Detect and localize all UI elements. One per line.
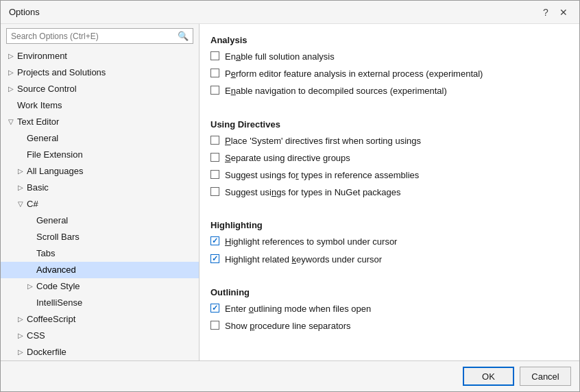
tree-label-environment: Environment [17, 49, 67, 63]
tree-expand-tabs[interactable] [25, 249, 35, 258]
tree-expand-csharp[interactable]: ▽ [16, 199, 25, 209]
checkbox-highlight-refs[interactable] [210, 236, 219, 245]
help-button[interactable]: ? [538, 5, 553, 20]
tree-expand-coffee-script[interactable]: ▷ [16, 315, 25, 324]
tree-item-basic[interactable]: ▷Basic [1, 180, 199, 196]
tree-item-csharp[interactable]: ▽C# [1, 196, 199, 212]
tree-item-advanced[interactable]: Advanced [1, 262, 199, 278]
tree-label-csharp-general: General [36, 214, 68, 228]
option-row-enter-outlining: Enter outlining mode when files open [210, 303, 568, 315]
checkbox-highlight-keywords[interactable] [210, 254, 219, 263]
option-label-show-procedure: Show procedure line separators [225, 320, 351, 332]
tree-item-scroll-bars[interactable]: Scroll Bars [1, 229, 199, 245]
tree-expand-csharp-general[interactable] [25, 216, 35, 225]
tree-label-tabs: Tabs [36, 247, 55, 260]
checkbox-separate-groups[interactable] [210, 153, 219, 162]
tree-item-projects-solutions[interactable]: ▷Projects and Solutions [1, 64, 199, 81]
dialog-footer: OK Cancel [1, 360, 579, 391]
option-row-show-procedure: Show procedure line separators [210, 320, 568, 332]
tree-label-all-languages: All Languages [27, 164, 83, 178]
search-box[interactable]: 🔍 [6, 28, 193, 44]
search-input[interactable] [11, 32, 178, 41]
section-title-using-directives: Using Directives [210, 119, 568, 130]
section-title-analysis: Analysis [210, 35, 568, 45]
tree-expand-text-editor[interactable]: ▽ [6, 117, 16, 127]
tree-label-csharp: C# [27, 197, 38, 211]
tree-item-file-extension[interactable]: File Extension [1, 147, 199, 163]
tree-expand-source-control[interactable]: ▷ [6, 84, 16, 94]
options-dialog: Options ? ✕ 🔍 ▷Environment▷Projects and … [0, 0, 580, 392]
title-bar: Options ? ✕ [1, 1, 579, 24]
tree-label-work-items: Work Items [17, 99, 62, 112]
tree-expand-all-languages[interactable]: ▷ [16, 167, 25, 176]
tree-item-text-editor[interactable]: ▽Text Editor [1, 114, 199, 130]
tree-expand-basic[interactable]: ▷ [16, 183, 25, 193]
cancel-button[interactable]: Cancel [520, 367, 571, 386]
checkbox-nav-decompiled[interactable] [210, 86, 219, 95]
tree-expand-projects-solutions[interactable]: ▷ [6, 68, 16, 77]
dialog-body: 🔍 ▷Environment▷Projects and Solutions▷So… [1, 24, 579, 360]
right-panel: AnalysisEnable full solution analysisPer… [200, 24, 579, 360]
tree-label-general: General [27, 132, 58, 145]
tree-expand-work-items[interactable] [6, 101, 16, 110]
tree-label-scroll-bars: Scroll Bars [36, 230, 80, 244]
tree-item-work-items[interactable]: Work Items [1, 97, 199, 114]
tree-expand-advanced[interactable] [25, 265, 35, 275]
checkbox-suggest-nuget[interactable] [210, 187, 219, 196]
close-button[interactable]: ✕ [556, 5, 571, 20]
tree-expand-environment[interactable]: ▷ [6, 51, 16, 61]
option-row-full-solution: Enable full solution analysis [210, 51, 568, 63]
tree-label-intellisense: IntelliSense [36, 296, 82, 310]
option-row-place-system: Place 'System' directives first when sor… [210, 135, 568, 147]
checkbox-place-system[interactable] [210, 136, 219, 145]
option-label-full-solution: Enable full solution analysis [225, 51, 335, 63]
checkbox-editor-feature[interactable] [210, 69, 219, 77]
tree-expand-intellisense[interactable] [25, 298, 35, 308]
tree-label-text-editor: Text Editor [17, 115, 59, 129]
option-row-separate-groups: Separate using directive groups [210, 152, 568, 164]
dialog-title: Options [9, 7, 40, 17]
option-row-highlight-refs: Highlight references to symbol under cur… [210, 236, 568, 248]
tree-item-css[interactable]: ▷CSS [1, 328, 199, 344]
tree-item-source-control[interactable]: ▷Source Control [1, 81, 199, 97]
option-row-nav-decompiled: Enable navigation to decompiled sources … [210, 85, 568, 97]
option-label-suggest-reference: Suggest usings for types in reference as… [225, 169, 419, 182]
section-title-outlining: Outlining [210, 287, 568, 297]
tree-item-environment[interactable]: ▷Environment [1, 48, 199, 64]
tree-label-coffee-script: CoffeeScript [27, 313, 75, 326]
tree-item-code-style[interactable]: ▷Code Style [1, 278, 199, 295]
option-row-highlight-keywords: Highlight related keywords under cursor [210, 254, 568, 266]
checkbox-suggest-reference[interactable] [210, 170, 219, 179]
tree-expand-file-extension[interactable] [16, 150, 25, 160]
option-label-separate-groups: Separate using directive groups [225, 152, 350, 164]
tree-item-intellisense[interactable]: IntelliSense [1, 295, 199, 311]
tree-item-tabs[interactable]: Tabs [1, 245, 199, 262]
option-label-editor-feature: Perform editor feature analysis in exter… [225, 68, 483, 80]
tree-expand-scroll-bars[interactable] [25, 232, 35, 242]
option-label-highlight-refs: Highlight references to symbol under cur… [225, 236, 397, 248]
ok-button[interactable]: OK [463, 367, 514, 386]
tree-expand-dockerfile[interactable]: ▷ [16, 347, 25, 357]
tree-label-basic: Basic [27, 181, 49, 195]
checkbox-full-solution[interactable] [210, 51, 219, 60]
tree-item-dockerfile[interactable]: ▷Dockerfile [1, 344, 199, 360]
option-label-place-system: Place 'System' directives first when sor… [225, 135, 421, 147]
checkbox-enter-outlining[interactable] [210, 304, 219, 313]
tree-item-general[interactable]: General [1, 130, 199, 147]
search-icon: 🔍 [178, 31, 189, 41]
tree-label-file-extension: File Extension [27, 148, 83, 162]
tree-item-coffee-script[interactable]: ▷CoffeeScript [1, 311, 199, 328]
tree-expand-css[interactable]: ▷ [16, 331, 25, 341]
tree-label-css: CSS [27, 329, 45, 343]
title-bar-controls: ? ✕ [538, 5, 571, 20]
tree-container[interactable]: ▷Environment▷Projects and Solutions▷Sour… [1, 48, 199, 360]
tree-item-csharp-general[interactable]: General [1, 212, 199, 229]
checkbox-show-procedure[interactable] [210, 321, 219, 330]
tree-label-dockerfile: Dockerfile [27, 345, 67, 359]
tree-label-code-style: Code Style [36, 280, 80, 293]
tree-expand-code-style[interactable]: ▷ [25, 282, 35, 291]
title-bar-left: Options [9, 7, 40, 17]
tree-expand-general[interactable] [16, 134, 25, 143]
option-row-suggest-reference: Suggest usings for types in reference as… [210, 169, 568, 182]
tree-item-all-languages[interactable]: ▷All Languages [1, 163, 199, 180]
